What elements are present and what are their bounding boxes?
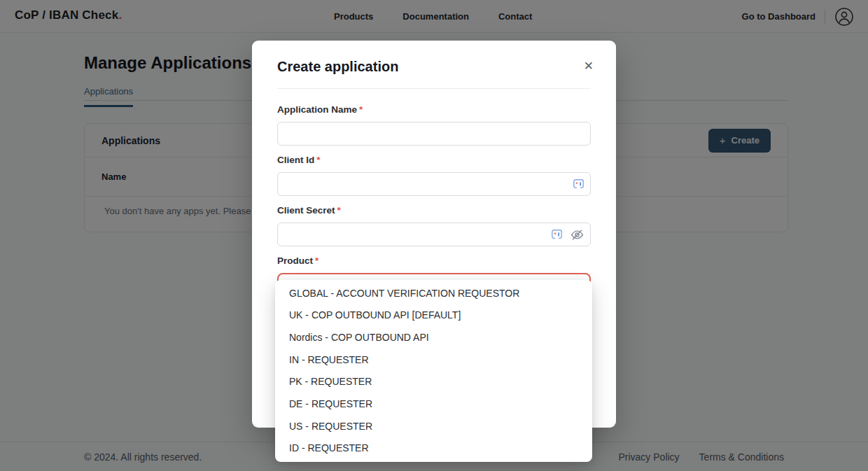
svg-text:*: *: [554, 230, 556, 237]
modal-header: Create application ✕: [252, 41, 616, 88]
client-id-field-group: Client Id* *: [277, 155, 591, 196]
application-name-field-group: Application Name*: [277, 104, 591, 146]
app-screen: CoP / IBAN Check. Products Documentation…: [0, 0, 868, 471]
required-asterisk: *: [316, 155, 320, 165]
client-secret-field-group: Client Secret* *: [277, 205, 591, 246]
client-id-input[interactable]: [277, 172, 591, 196]
client-id-label: Client Id*: [277, 155, 591, 167]
product-option-uk-cop-outbound-api-default[interactable]: UK - COP OUTBOUND API [DEFAULT]: [275, 304, 592, 327]
client-secret-input[interactable]: [277, 223, 591, 246]
eye-off-icon: [570, 228, 584, 241]
close-icon[interactable]: ✕: [584, 60, 594, 72]
autofill-badge-icon: *: [552, 230, 562, 240]
svg-text:*: *: [575, 180, 578, 187]
toggle-secret-visibility-button[interactable]: [570, 228, 584, 241]
modal-title: Create application: [277, 59, 591, 75]
application-name-label: Application Name*: [277, 104, 591, 117]
autofill-badge-icon: *: [573, 179, 584, 190]
product-label: Product*: [277, 255, 591, 268]
product-option-in-requester[interactable]: IN - REQUESTER: [275, 349, 592, 371]
modal-body: Application Name* Client Id* *: [252, 89, 616, 297]
product-option-pk-requester[interactable]: PK - REQUESTER: [275, 371, 592, 393]
required-asterisk: *: [315, 255, 318, 266]
product-option-de-requester[interactable]: DE - REQUESTER: [275, 393, 592, 415]
required-asterisk: *: [359, 104, 363, 115]
required-asterisk: *: [337, 205, 341, 216]
product-option-nordics-cop-outbound-api[interactable]: Nordics - COP OUTBOUND API: [275, 326, 592, 349]
product-option-us-requester[interactable]: US - REQUESTER: [275, 415, 592, 437]
product-options-dropdown: GLOBAL - ACCOUNT VERIFICATION REQUESTOR …: [275, 280, 592, 462]
product-option-global-account-verification-requestor[interactable]: GLOBAL - ACCOUNT VERIFICATION REQUESTOR: [275, 282, 592, 304]
client-secret-label: Client Secret*: [277, 205, 591, 218]
application-name-input[interactable]: [277, 122, 591, 146]
product-option-id-requester[interactable]: ID - REQUESTER: [275, 437, 592, 459]
